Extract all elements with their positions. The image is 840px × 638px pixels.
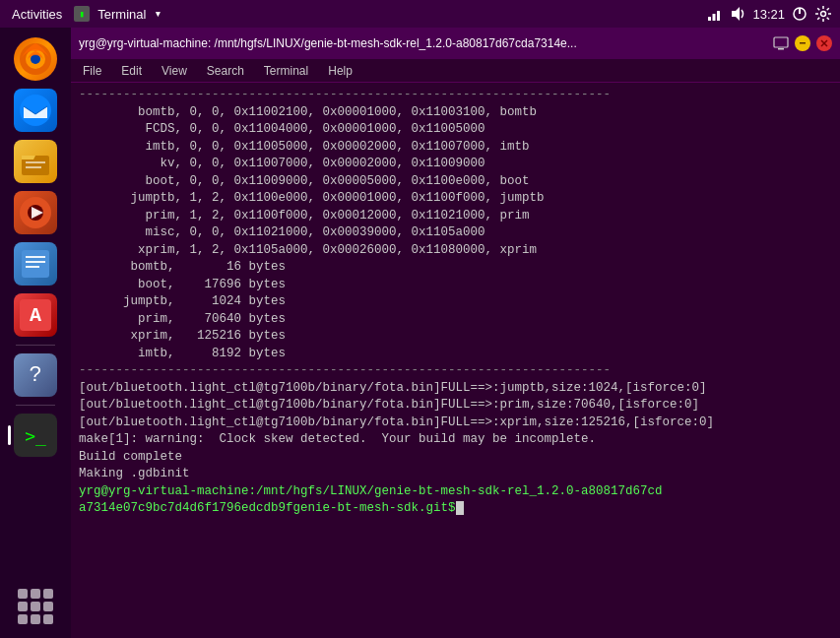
rhythmbox-svg	[14, 191, 57, 234]
svg-text:A: A	[30, 304, 41, 327]
minimize-button[interactable]	[795, 35, 810, 51]
firefox-svg	[14, 37, 57, 81]
term-line-17: [out/bluetooth.light_ctl@tg7100b/binary/…	[79, 397, 832, 415]
dock-icon-software[interactable]: A	[12, 291, 59, 339]
svg-rect-13	[26, 166, 41, 168]
svg-rect-19	[26, 256, 45, 258]
term-line-7: prim, 1, 2, 0x1100f000, 0x00012000, 0x11…	[79, 208, 832, 225]
term-line-sep1: ----------------------------------------…	[79, 87, 832, 104]
svg-rect-2	[717, 11, 720, 21]
text-editor-svg	[14, 242, 57, 286]
term-line-6: jumptb, 1, 2, 0x1100e000, 0x00001000, 0x…	[79, 190, 832, 208]
svg-point-6	[821, 12, 826, 17]
titlebar-display-icon	[773, 35, 789, 51]
menu-view[interactable]: View	[154, 59, 195, 82]
sound-icon[interactable]	[729, 5, 746, 23]
network-icon[interactable]	[705, 5, 723, 23]
svg-rect-0	[708, 17, 711, 21]
top-dropdown-arrow[interactable]: ▾	[154, 6, 162, 22]
term-line-8: misc, 0, 0, 0x11021000, 0x00039000, 0x11…	[79, 224, 832, 242]
term-line-18: [out/bluetooth.light_ctl@tg7100b/binary/…	[79, 415, 832, 432]
terminal-menubar: File Edit View Search Terminal Help	[71, 59, 840, 83]
terminal-titlebar: yrg@yrg-virtual-machine: /mnt/hgfs/LINUX…	[71, 28, 840, 59]
activities-button[interactable]: Activities	[8, 7, 66, 22]
term-line-9: xprim, 1, 2, 0x1105a000, 0x00026000, 0x1…	[79, 242, 832, 260]
desktop: Activities ▮ Terminal ▾ 13:21	[0, 0, 840, 638]
software-svg: A	[14, 293, 57, 337]
term-line-1: bomtb, 0, 0, 0x11002100, 0x00001000, 0x1…	[79, 104, 832, 122]
svg-rect-12	[26, 161, 45, 163]
top-bar: Activities ▮ Terminal ▾ 13:21	[0, 0, 840, 28]
menu-search[interactable]: Search	[199, 59, 252, 82]
svg-rect-21	[26, 266, 39, 268]
term-cursor	[456, 501, 464, 515]
dock-divider-2	[16, 405, 55, 406]
svg-rect-25	[778, 48, 784, 50]
term-line-20: Making .gdbinit	[79, 466, 832, 483]
menu-edit[interactable]: Edit	[113, 59, 150, 82]
term-line-10: bomtb, 16 bytes	[79, 259, 832, 277]
term-line-warning: make[1]: warning: Clock skew detected. Y…	[79, 431, 832, 449]
dock: A ? >_	[0, 28, 71, 638]
svg-rect-20	[26, 261, 45, 263]
term-line-5: boot, 0, 0, 0x11009000, 0x00005000, 0x11…	[79, 173, 832, 191]
terminal-title: yrg@yrg-virtual-machine: /mnt/hgfs/LINUX…	[79, 36, 763, 50]
dock-icon-help[interactable]: ?	[12, 351, 59, 399]
terminal-icon-bg: >_	[14, 414, 57, 457]
close-button[interactable]	[816, 35, 832, 51]
top-terminal-icon: ▮	[74, 6, 90, 22]
term-line-13: prim, 70640 bytes	[79, 311, 832, 329]
help-icon-bg: ?	[14, 353, 57, 397]
dock-icon-firefox[interactable]	[12, 35, 59, 83]
dock-icon-thunderbird[interactable]	[12, 87, 59, 134]
term-line-sep2: ----------------------------------------…	[79, 362, 832, 380]
power-icon[interactable]	[791, 5, 808, 23]
clock[interactable]: 13:21	[752, 7, 785, 22]
svg-rect-18	[22, 250, 49, 278]
dock-divider-1	[16, 345, 55, 346]
menu-terminal[interactable]: Terminal	[256, 59, 316, 82]
dock-icon-terminal[interactable]: >_	[12, 412, 59, 459]
term-line-14: xprim, 125216 bytes	[79, 328, 832, 346]
svg-marker-3	[732, 7, 740, 21]
minimize-icon	[798, 38, 808, 48]
term-line-3: imtb, 0, 0, 0x11005000, 0x00002000, 0x11…	[79, 139, 832, 157]
dock-icon-files[interactable]	[12, 138, 59, 185]
app-grid-icon	[14, 585, 57, 628]
dock-spacer	[0, 463, 71, 471]
term-line-15: imtb, 8192 bytes	[79, 346, 832, 363]
term-line-prompt: yrg@yrg-virtual-machine:/mnt/hgfs/LINUX/…	[79, 483, 832, 518]
menu-file[interactable]: File	[75, 59, 109, 82]
term-line-2: FCDS, 0, 0, 0x11004000, 0x00001000, 0x11…	[79, 121, 832, 139]
terminal-window: yrg@yrg-virtual-machine: /mnt/hgfs/LINUX…	[71, 28, 840, 638]
menu-help[interactable]: Help	[320, 59, 360, 82]
term-line-19: Build complete	[79, 449, 832, 467]
terminal-content[interactable]: ----------------------------------------…	[71, 83, 840, 638]
dock-icon-app-grid[interactable]	[12, 583, 59, 630]
dock-icon-text-editor[interactable]	[12, 240, 59, 287]
svg-rect-26	[800, 42, 806, 44]
close-icon	[819, 38, 829, 48]
settings-icon[interactable]	[814, 5, 832, 23]
svg-rect-1	[713, 14, 716, 21]
term-line-12: jumptb, 1024 bytes	[79, 293, 832, 311]
term-line-16: [out/bluetooth.light_ctl@tg7100b/binary/…	[79, 380, 832, 398]
term-line-4: kv, 0, 0, 0x11007000, 0x00002000, 0x1100…	[79, 156, 832, 173]
top-app-name: Terminal	[97, 7, 146, 22]
term-line-11: boot, 17696 bytes	[79, 277, 832, 294]
files-svg	[14, 140, 57, 183]
svg-rect-24	[774, 37, 788, 47]
dock-icon-rhythmbox[interactable]	[12, 189, 59, 236]
term-prompt-text: yrg@yrg-virtual-machine:/mnt/hgfs/LINUX/…	[79, 484, 663, 516]
thunderbird-svg	[14, 89, 57, 132]
